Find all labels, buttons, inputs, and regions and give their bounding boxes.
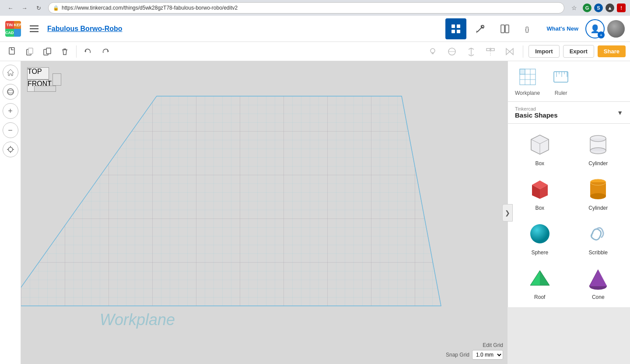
svg-rect-18 — [486, 49, 490, 51]
shape-item-cone[interactable]: Cone — [570, 261, 627, 304]
project-title[interactable]: Fabulous Borwo-Robo — [47, 25, 122, 33]
tinkercad-logo[interactable]: TIN KER CAD — [5, 21, 21, 37]
shape-item-box-wireframe[interactable]: Box — [511, 127, 568, 170]
tools-icon — [476, 24, 485, 34]
whats-new-label: What's New — [547, 25, 578, 32]
code-button[interactable]: {} — [519, 18, 540, 39]
workplane-container: Workplane — [21, 61, 508, 364]
snap-grid-select[interactable]: 1.0 mm 0.5 mm 0.1 mm 2.0 mm — [472, 350, 503, 360]
align-button[interactable] — [483, 44, 498, 59]
redo-icon — [101, 47, 110, 56]
toolbar-right-actions: Import Export Share — [425, 44, 626, 59]
roof-icon — [526, 264, 554, 292]
cylinder-orange-svg — [585, 176, 611, 202]
new-button[interactable] — [4, 44, 20, 59]
shape-item-scribble[interactable]: Scribble — [570, 216, 627, 259]
workplane-icon — [517, 66, 538, 87]
lightbulb-icon — [428, 47, 438, 56]
collapse-handle[interactable]: ❯ — [502, 204, 513, 222]
copy-icon — [25, 47, 34, 56]
mirror-button[interactable] — [463, 44, 479, 59]
delete-button[interactable] — [57, 44, 73, 59]
logo-cell-ker: KER — [14, 21, 21, 29]
cylinder-orange-icon — [584, 175, 612, 203]
shapes-dropdown[interactable]: Tinkercad Basic Shapes ▼ — [508, 102, 630, 124]
shape-item-cylinder-orange[interactable]: Cylinder — [570, 172, 627, 215]
tools-button[interactable] — [470, 18, 491, 39]
secure-icon: 🔒 — [53, 5, 59, 11]
grid-view-button[interactable] — [445, 18, 466, 39]
svg-rect-1 — [30, 28, 38, 29]
home-view-button[interactable] — [3, 65, 18, 80]
back-button[interactable]: ← — [4, 2, 17, 14]
edit-grid-button[interactable]: Edit Grid — [483, 342, 503, 348]
minus-icon: − — [8, 126, 13, 135]
forward-button[interactable]: → — [18, 2, 31, 14]
sphere-svg — [527, 221, 553, 247]
shape-item-box-red[interactable]: Box — [511, 172, 568, 215]
toolbar: Import Export Share — [0, 42, 630, 61]
light-button[interactable] — [425, 44, 441, 59]
avatar[interactable] — [607, 20, 625, 38]
svg-point-16 — [430, 49, 435, 53]
flip-button[interactable] — [502, 44, 518, 59]
cube-right-face[interactable] — [52, 73, 61, 86]
whats-new-button[interactable]: What's New — [543, 18, 582, 39]
hamburger-menu-button[interactable] — [26, 21, 42, 37]
bookmark-button[interactable]: ☆ — [568, 2, 580, 14]
svg-point-25 — [8, 147, 13, 152]
shape-toggle-icon — [447, 47, 457, 56]
cube-bottom-face[interactable] — [34, 86, 56, 92]
toolbar-separator-1 — [76, 45, 77, 58]
ruler-tool[interactable]: Ruler — [550, 66, 571, 96]
avatar-image — [607, 20, 625, 38]
shape-item-roof[interactable]: Roof — [511, 261, 568, 304]
workplane-grid — [21, 87, 502, 364]
shape-name-box-wireframe: Box — [535, 160, 544, 166]
svg-rect-4 — [457, 24, 460, 28]
zoom-in-button[interactable]: + — [3, 103, 18, 119]
address-bar[interactable]: 🔒 https://www.tinkercad.com/things/d5wk2… — [48, 2, 564, 14]
undo-button[interactable] — [80, 44, 96, 59]
redo-button[interactable] — [98, 44, 113, 59]
duplicate-button[interactable] — [39, 44, 55, 59]
ext-icon-2[interactable]: S — [594, 3, 603, 12]
undo-icon — [84, 47, 92, 56]
shapes-panel-button[interactable] — [494, 18, 515, 39]
workplane-tool[interactable]: Workplane — [515, 66, 540, 96]
ext-icon-4[interactable]: ! — [617, 3, 626, 12]
top-label: TOP — [28, 68, 42, 75]
cone-icon — [584, 264, 612, 292]
mirror-icon — [466, 47, 476, 56]
orientation-cube[interactable]: TOP FRONT — [27, 67, 62, 102]
import-button[interactable]: Import — [528, 45, 559, 58]
shape-item-cylinder-wireframe[interactable]: Cylinder — [570, 127, 627, 170]
ext-icon-3[interactable]: ▲ — [606, 3, 614, 12]
ext-icon-1[interactable]: G — [583, 3, 592, 12]
browser-actions: ☆ G S ▲ ! — [568, 2, 626, 14]
shape-toggle-button[interactable] — [444, 44, 460, 59]
add-user-button[interactable]: 👤 + — [585, 19, 605, 38]
cube-top-face[interactable]: TOP — [27, 67, 49, 80]
reload-button[interactable]: ↻ — [32, 2, 45, 14]
svg-text:{}: {} — [525, 26, 529, 33]
svg-point-23 — [7, 89, 14, 95]
svg-rect-0 — [30, 25, 38, 27]
cylinder-wireframe-svg — [585, 132, 611, 158]
shape-item-sphere[interactable]: Sphere — [511, 216, 568, 259]
zoom-out-button[interactable]: − — [3, 122, 18, 138]
export-button[interactable]: Export — [563, 45, 594, 58]
cone-svg — [585, 265, 611, 291]
svg-marker-22 — [510, 49, 513, 55]
fit-view-button[interactable] — [3, 142, 18, 157]
orbit-button[interactable] — [3, 84, 18, 100]
share-button[interactable]: Share — [598, 45, 626, 57]
orbit-icon — [7, 88, 14, 96]
ruler-icon — [550, 66, 571, 87]
svg-rect-2 — [30, 31, 38, 32]
copy-button[interactable] — [22, 44, 38, 59]
viewport[interactable]: TOP FRONT — [21, 61, 508, 364]
snap-grid-row: Snap Grid 1.0 mm 0.5 mm 0.1 mm 2.0 mm — [446, 350, 503, 360]
box-red-icon — [526, 175, 554, 203]
shapes-grid: Box Cylinder — [508, 124, 630, 307]
